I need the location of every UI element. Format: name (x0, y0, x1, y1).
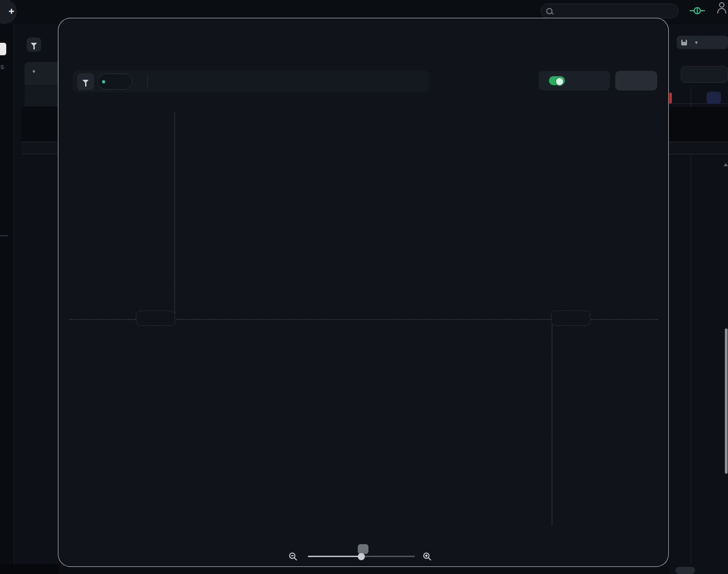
rail-glyph: S (0, 64, 4, 70)
end-of-data-boundary-left (174, 113, 175, 320)
sidebar-filter-button[interactable] (27, 37, 41, 52)
account-icon[interactable] (717, 2, 727, 14)
book-logo-fragment (669, 93, 672, 103)
filter-icon (31, 43, 37, 46)
league-select[interactable]: ▼ (25, 62, 58, 85)
books-filter-button[interactable] (77, 73, 94, 90)
rail-divider (0, 235, 8, 236)
scroll-up-icon[interactable] (724, 163, 728, 166)
search-bar[interactable] (540, 4, 679, 18)
chat-fab-fragment[interactable] (675, 567, 695, 574)
column-divider (691, 87, 691, 564)
search-input[interactable] (556, 8, 663, 15)
app-logo-icon[interactable]: + (0, 0, 17, 24)
zoom-level-badge (358, 544, 368, 554)
close-button[interactable] (649, 25, 664, 41)
chevron-down-icon: ▼ (32, 69, 36, 74)
make-cumulative-control (539, 71, 610, 90)
chevron-down-icon: ▼ (694, 40, 699, 45)
end-of-data-boundary-right (552, 320, 552, 525)
save-icon (681, 40, 687, 45)
preset-select[interactable]: ▼ (677, 36, 728, 49)
end-of-data-badge (136, 311, 175, 326)
zoom-in-icon[interactable] (423, 552, 432, 561)
sidebar-selected-game (21, 107, 58, 142)
end-of-data-badge (551, 311, 590, 326)
refresh-button[interactable] (615, 71, 657, 90)
search-icon (546, 8, 552, 14)
sportsbook-column-logo[interactable] (707, 92, 721, 104)
app-root: + S ▼ ▼ (0, 0, 728, 574)
market-depth-modal (58, 18, 669, 567)
connection-icon[interactable] (690, 6, 705, 15)
zoom-out-icon[interactable] (289, 552, 298, 561)
status-dot (102, 80, 105, 83)
table-date-band (669, 142, 728, 154)
filter-icon (82, 80, 89, 83)
zoom-slider-track-left[interactable] (308, 556, 361, 557)
table-toolbar-fragment (681, 66, 728, 83)
selected-game-row (669, 107, 728, 142)
cumulative-toggle[interactable] (549, 76, 565, 85)
left-nav-rail (0, 25, 14, 574)
zoom-slider-track-right[interactable] (361, 556, 415, 557)
scrollbar-thumb[interactable] (725, 328, 728, 474)
zoom-slider-handle[interactable] (358, 553, 365, 560)
sidebar-date-band (21, 142, 58, 154)
filterbar-divider (147, 74, 148, 89)
sidebar-subpanel (25, 86, 58, 106)
sidebar-footer (0, 564, 59, 574)
whole-market-chip[interactable] (98, 74, 132, 90)
market-breadcrumb (73, 56, 86, 63)
rail-app-icon[interactable] (0, 43, 6, 55)
